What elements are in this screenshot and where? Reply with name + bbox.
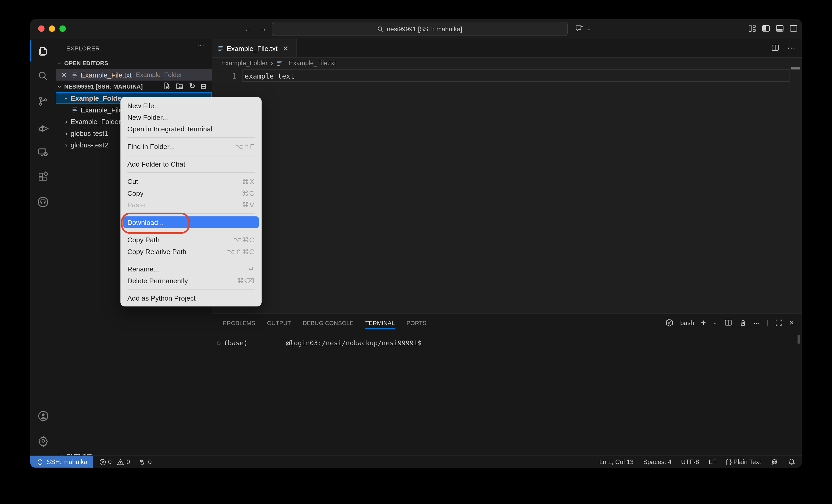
ports-status[interactable]: 0 bbox=[138, 458, 152, 465]
command-center-search[interactable]: nesi99991 [SSH: mahuika] bbox=[271, 22, 568, 36]
search-icon[interactable] bbox=[30, 64, 56, 88]
menu-item-add-folder-to-chat[interactable]: Add Folder to Chat bbox=[121, 158, 262, 169]
menu-item-new-folder[interactable]: New Folder... bbox=[121, 111, 262, 123]
minimize-window-button[interactable] bbox=[49, 26, 55, 32]
tab-label: Example_File.txt bbox=[227, 44, 278, 52]
notifications-bell-icon[interactable] bbox=[788, 458, 796, 465]
tree-item-label: globus-test2 bbox=[71, 141, 108, 149]
tab-debug-console[interactable]: DEBUG CONSOLE bbox=[303, 314, 354, 332]
accounts-icon[interactable] bbox=[30, 403, 56, 428]
menu-item-new-file[interactable]: New File... bbox=[121, 100, 262, 111]
toggle-primary-sidebar-icon[interactable] bbox=[761, 24, 771, 33]
maximize-panel-icon[interactable] bbox=[775, 319, 782, 326]
forward-icon[interactable]: → bbox=[259, 23, 267, 34]
refresh-icon[interactable]: ↻ bbox=[189, 82, 196, 90]
tab-ports[interactable]: PORTS bbox=[407, 314, 426, 332]
search-value: nesi99991 [SSH: mahuika] bbox=[387, 25, 462, 33]
terminal-scrollbar[interactable] bbox=[798, 335, 800, 343]
open-editors-header[interactable]: › OPEN EDITORS bbox=[56, 57, 212, 69]
toggle-secondary-sidebar-icon[interactable] bbox=[789, 24, 798, 33]
menu-item-cut[interactable]: Cut⌘X bbox=[121, 175, 262, 187]
settings-gear-icon[interactable] bbox=[30, 428, 56, 453]
run-debug-icon[interactable] bbox=[30, 115, 56, 140]
sidebar-title: EXPLORER bbox=[56, 45, 100, 51]
problems-status[interactable]: 0 0 bbox=[99, 458, 130, 465]
source-control-icon[interactable] bbox=[30, 89, 56, 114]
copilot-chat-icon[interactable] bbox=[575, 24, 584, 33]
terminal-env: (base) bbox=[224, 339, 248, 346]
menu-separator bbox=[127, 260, 255, 260]
collapse-folders-icon[interactable]: ⊟ bbox=[201, 82, 206, 90]
close-window-button[interactable] bbox=[38, 26, 45, 32]
close-tab-icon[interactable]: ✕ bbox=[283, 44, 289, 52]
file-icon bbox=[277, 60, 283, 66]
tab-output[interactable]: OUTPUT bbox=[267, 314, 291, 332]
tab-problems[interactable]: PROBLEMS bbox=[223, 314, 255, 332]
open-editor-item[interactable]: ✕ Example_File.txt Example_Folder bbox=[56, 69, 212, 80]
menu-item-copy-relative-path[interactable]: Copy Relative Path⌥⇧⌘C bbox=[121, 246, 262, 257]
file-icon bbox=[72, 72, 78, 78]
code-line[interactable]: 1 example text bbox=[212, 70, 802, 81]
eol-sequence[interactable]: LF bbox=[709, 458, 716, 465]
new-folder-icon[interactable] bbox=[176, 82, 184, 90]
close-panel-icon[interactable]: ✕ bbox=[789, 319, 794, 326]
tab-terminal[interactable]: TERMINAL bbox=[365, 314, 395, 332]
menu-separator bbox=[127, 137, 255, 138]
bottom-panel: PROBLEMS OUTPUT DEBUG CONSOLE TERMINAL P… bbox=[212, 313, 802, 457]
menu-item-copy[interactable]: Copy⌘C bbox=[121, 187, 262, 199]
explorer-icon[interactable] bbox=[30, 39, 56, 63]
menu-item-copy-path[interactable]: Copy Path⌥⌘C bbox=[121, 234, 262, 246]
minimap-slider[interactable] bbox=[791, 67, 800, 69]
menu-separator bbox=[127, 289, 255, 289]
extensions-icon[interactable] bbox=[30, 165, 56, 190]
customize-layout-icon[interactable] bbox=[748, 24, 756, 33]
remote-explorer-icon[interactable] bbox=[30, 140, 56, 165]
menu-item-paste: Paste⌘V bbox=[121, 199, 262, 211]
menu-item-delete-permanently[interactable]: Delete Permanently⌘⌫ bbox=[121, 275, 262, 286]
search-icon bbox=[378, 26, 384, 32]
open-editor-file-label: Example_File.txt bbox=[81, 71, 132, 79]
workspace-section-header[interactable]: › NESI99991 [SSH: MAHUIKA] ↻ ⊟ bbox=[56, 81, 212, 92]
menu-item-open-in-integrated-terminal[interactable]: Open in Integrated Terminal bbox=[121, 123, 262, 135]
breadcrumb-file[interactable]: Example_File.txt bbox=[289, 59, 336, 67]
terminal-prompt-line[interactable]: ○ (base) @login03:/nesi/nobackup/nesi999… bbox=[217, 339, 421, 346]
prompt-decoration-icon: ○ bbox=[217, 339, 220, 346]
remote-icon bbox=[36, 458, 43, 465]
warning-count: 0 bbox=[127, 458, 130, 465]
split-terminal-icon[interactable] bbox=[724, 319, 732, 327]
github-icon[interactable] bbox=[30, 190, 56, 214]
chevron-down-icon[interactable]: ⌄ bbox=[587, 26, 591, 31]
remote-indicator[interactable]: SSH: mahuika bbox=[30, 456, 93, 468]
new-terminal-icon[interactable]: + bbox=[701, 318, 706, 328]
menu-item-find-in-folder[interactable]: Find in Folder...⌥⇧F bbox=[121, 141, 262, 152]
panel-more-actions-icon[interactable]: ··· bbox=[753, 319, 760, 326]
breadcrumb[interactable]: Example_Folder › Example_File.txt bbox=[221, 57, 336, 69]
editor-tab-active[interactable]: Example_File.txt ✕ bbox=[212, 39, 296, 57]
cursor-position[interactable]: Ln 1, Col 13 bbox=[599, 458, 634, 465]
tree-item-label: Example_Folder bbox=[71, 117, 121, 125]
toggle-panel-icon[interactable] bbox=[775, 24, 784, 33]
error-icon bbox=[99, 458, 106, 465]
svg-text:$: $ bbox=[668, 321, 669, 324]
maximize-window-button[interactable] bbox=[59, 26, 66, 32]
explorer-more-actions-icon[interactable]: ··· bbox=[197, 41, 204, 49]
annotation-circle bbox=[121, 213, 190, 234]
terminal-dropdown-icon[interactable]: ⌄ bbox=[713, 320, 717, 326]
activity-bar bbox=[30, 39, 56, 456]
split-editor-icon[interactable] bbox=[771, 44, 779, 52]
kill-terminal-icon[interactable] bbox=[739, 319, 747, 327]
back-icon[interactable]: ← bbox=[243, 23, 252, 34]
editor-more-actions-icon[interactable]: ··· bbox=[787, 43, 796, 52]
indentation[interactable]: Spaces: 4 bbox=[643, 458, 672, 465]
warning-icon bbox=[117, 458, 124, 465]
shell-label[interactable]: bash bbox=[680, 319, 694, 326]
menu-item-add-as-python-project[interactable]: Add as Python Project bbox=[121, 292, 262, 304]
encoding[interactable]: UTF-8 bbox=[681, 458, 699, 465]
copilot-disabled-icon[interactable] bbox=[771, 458, 778, 466]
new-file-icon[interactable] bbox=[163, 82, 171, 90]
close-editor-icon[interactable]: ✕ bbox=[61, 71, 67, 79]
breadcrumb-folder[interactable]: Example_Folder bbox=[221, 59, 267, 67]
menu-item-rename[interactable]: Rename...↵ bbox=[121, 263, 262, 275]
language-mode[interactable]: { } Plain Text bbox=[726, 458, 761, 465]
open-editors-label: OPEN EDITORS bbox=[64, 60, 108, 66]
